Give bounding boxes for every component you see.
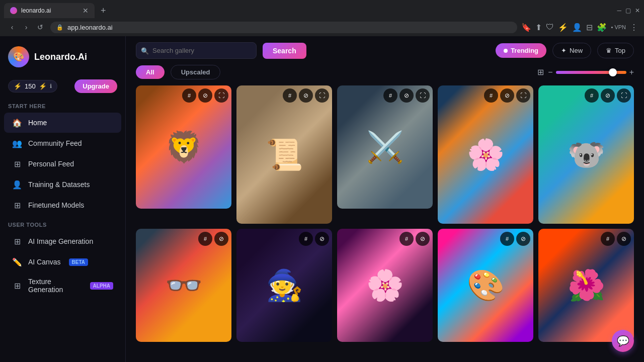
gallery-item[interactable]: 🐨 # ⊘ ⛶ (538, 85, 634, 224)
badge-texture-gen: ALPHA (90, 282, 113, 290)
chat-fab[interactable]: 💬 (612, 330, 634, 352)
vpn-label: • VPN (611, 24, 626, 30)
zoom-in-button[interactable]: + (629, 68, 634, 77)
upgrade-button[interactable]: Upgrade (74, 79, 117, 93)
sidebar-item-community-feed[interactable]: 👥 Community Feed (4, 133, 121, 153)
sidebar-item-personal-feed[interactable]: ⊞ Personal Feed (4, 154, 121, 174)
gallery-item[interactable]: 🌸 # ⊘ (337, 229, 433, 342)
action-button-8[interactable]: ⊘ (416, 232, 430, 246)
nav-label-ai-canvas: AI Canvas (28, 258, 61, 266)
nav-buttons: ‹ › ↺ (6, 21, 46, 33)
minimize-icon[interactable]: ─ (617, 7, 621, 14)
gallery-item[interactable]: ⚔️ # ⊘ ⛶ (337, 85, 433, 209)
action-button-10[interactable]: ⊘ (617, 232, 631, 246)
remix-button-3[interactable]: # (383, 88, 397, 103)
item-overlay-4: # ⊘ ⛶ (484, 88, 530, 103)
shield-icon: 🛡 (546, 23, 554, 32)
tab-bar: leonardo.ai ✕ + ─ ▢ ✕ (0, 0, 644, 18)
expand-button-4[interactable]: ⛶ (516, 88, 530, 103)
credits-info-icon[interactable]: ℹ (50, 83, 52, 89)
credits-row: ⚡ 150 ⚡ ℹ Upgrade (0, 75, 125, 97)
action-button-5[interactable]: ⊘ (601, 88, 615, 103)
trending-dot (504, 49, 508, 53)
chat-icon: 💬 (617, 335, 629, 347)
remix-button-10[interactable]: # (601, 232, 615, 246)
extension-icon: ⚡ (558, 23, 568, 32)
sparkle-icon: ✦ (561, 47, 567, 54)
gallery-item[interactable]: 📜 # ⊘ ⛶ (236, 85, 332, 224)
nav-icon-ai-canvas: ✏️ (12, 257, 22, 267)
remix-button-2[interactable]: # (283, 88, 297, 103)
gallery-item[interactable]: 🌸 # ⊘ ⛶ (438, 85, 533, 224)
gallery-image-3: ⚔️ (337, 85, 433, 209)
search-button[interactable]: Search (263, 43, 306, 59)
window-controls: ─ ▢ ✕ (617, 7, 640, 14)
sidebar-toggle-icon[interactable]: ⊟ (586, 23, 593, 32)
action-button-9[interactable]: ⊘ (516, 232, 530, 246)
gallery-item[interactable]: 🧙 # ⊘ (236, 229, 332, 342)
active-tab[interactable]: leonardo.ai ✕ (4, 3, 95, 18)
zoom-thumb[interactable] (609, 68, 617, 76)
zoom-out-button[interactable]: − (548, 68, 552, 77)
gallery-item[interactable]: 🦁 # ⊘ ⛶ (136, 85, 231, 209)
remix-button-1[interactable]: # (182, 88, 196, 103)
profile-icon[interactable]: 👤 (572, 23, 582, 32)
new-button[interactable]: ✦ New (552, 43, 591, 58)
grid-view-icon[interactable]: ⊞ (537, 67, 544, 77)
gallery-item[interactable]: 🌺 # ⊘ (538, 229, 634, 342)
maximize-icon[interactable]: ▢ (625, 7, 631, 14)
nav-icon-finetuned: ⊞ (12, 200, 22, 210)
share-icon[interactable]: ⬆ (535, 23, 542, 32)
remix-button-4[interactable]: # (484, 88, 498, 103)
trending-button[interactable]: Trending (496, 43, 546, 58)
sidebar-item-texture-gen[interactable]: ⊞ Texture Generation ALPHA (4, 273, 121, 299)
remix-button-9[interactable]: # (500, 232, 514, 246)
remix-button-5[interactable]: # (585, 88, 599, 103)
remix-button-8[interactable]: # (399, 232, 414, 246)
filter-all-tab[interactable]: All (136, 65, 165, 79)
action-button-4[interactable]: ⊘ (500, 88, 514, 103)
gallery-item[interactable]: 🎨 # ⊘ (438, 229, 533, 342)
remix-button-7[interactable]: # (299, 232, 313, 246)
search-input[interactable] (136, 42, 257, 59)
item-overlay-8: # ⊘ (399, 232, 430, 246)
search-icon: 🔍 (141, 47, 149, 54)
action-button-3[interactable]: ⊘ (399, 88, 414, 103)
url-bar[interactable]: 🔒 app.leonardo.ai (50, 22, 517, 33)
grid-controls: ⊞ − + (537, 67, 634, 77)
nav-icon-training: 👤 (12, 179, 22, 190)
sidebar-item-ai-image[interactable]: ⊞ AI Image Generation (4, 231, 121, 251)
zoom-track[interactable] (556, 71, 626, 74)
action-button-7[interactable]: ⊘ (315, 232, 329, 246)
action-button-6[interactable]: ⊘ (214, 232, 228, 246)
action-button-1[interactable]: ⊘ (198, 88, 212, 103)
new-tab-button[interactable]: + (97, 6, 110, 16)
menu-icon[interactable]: ⋮ (630, 23, 638, 32)
nav-icon-home: 🏠 (12, 118, 22, 128)
avatar: 🎨 (8, 46, 29, 67)
action-button-2[interactable]: ⊘ (299, 88, 313, 103)
expand-button-3[interactable]: ⛶ (416, 88, 430, 103)
gallery-item[interactable]: 👓 # ⊘ (136, 229, 231, 342)
bookmark-icon[interactable]: 🔖 (521, 23, 531, 32)
remix-button-6[interactable]: # (198, 232, 212, 246)
sidebar-item-training[interactable]: 👤 Training & Datasets (4, 174, 121, 195)
close-window-icon[interactable]: ✕ (635, 7, 640, 14)
expand-button-5[interactable]: ⛶ (617, 88, 631, 103)
forward-button[interactable]: › (20, 21, 32, 33)
filter-upscaled-tab[interactable]: Upscaled (171, 65, 221, 79)
top-button[interactable]: ♛ Top (597, 43, 634, 58)
reload-button[interactable]: ↺ (34, 21, 46, 33)
sidebar-item-finetuned[interactable]: ⊞ Finetuned Models (4, 195, 121, 215)
extensions-icon[interactable]: 🧩 (597, 23, 607, 32)
expand-button-1[interactable]: ⛶ (214, 88, 228, 103)
sidebar-item-ai-canvas[interactable]: ✏️ AI Canvas BETA (4, 252, 121, 272)
item-overlay-5: # ⊘ ⛶ (585, 88, 631, 103)
item-overlay-2: # ⊘ ⛶ (283, 88, 329, 103)
expand-button-2[interactable]: ⛶ (315, 88, 329, 103)
credits-value: 150 (25, 82, 36, 90)
back-button[interactable]: ‹ (6, 21, 18, 33)
tab-close-button[interactable]: ✕ (83, 7, 89, 15)
address-actions: 🔖 ⬆ 🛡 ⚡ 👤 ⊟ 🧩 • VPN ⋮ (521, 23, 638, 32)
sidebar-item-home[interactable]: 🏠 Home (4, 113, 121, 133)
